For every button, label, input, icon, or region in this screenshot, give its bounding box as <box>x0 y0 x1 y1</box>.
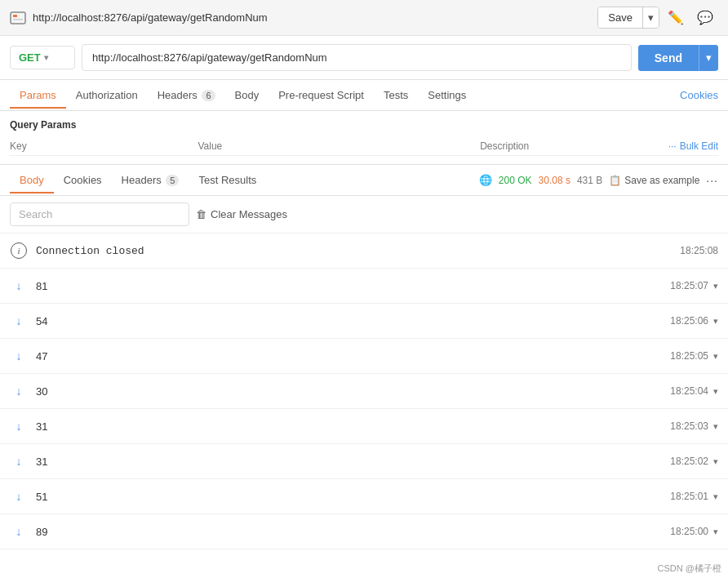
response-headers-badge: 5 <box>166 175 179 186</box>
save-button[interactable]: Save <box>598 7 642 28</box>
down-arrow-icon: ↓ <box>10 312 28 330</box>
method-arrow: ▾ <box>44 53 48 62</box>
message-item[interactable]: ↓8918:25:00▾ <box>0 514 728 549</box>
message-time: 18:25:04 <box>670 385 708 397</box>
save-dropdown-arrow[interactable]: ▾ <box>642 7 659 28</box>
message-time: 18:25:08 <box>680 245 718 256</box>
response-size: 431 B <box>577 175 602 186</box>
comment-icon-button[interactable]: 💬 <box>692 5 718 31</box>
search-input[interactable] <box>10 202 189 226</box>
save-example-label: Save as example <box>624 175 699 186</box>
message-time: 18:25:01 <box>670 491 708 502</box>
response-time: 30.08 s <box>539 175 570 186</box>
message-time: 18:25:05 <box>670 350 708 362</box>
message-item[interactable]: ↓3118:25:02▾ <box>0 444 728 479</box>
send-button-group: Send ▾ <box>638 45 718 71</box>
save-example-button[interactable]: 📋 Save as example <box>609 175 699 186</box>
col-desc-label: Description <box>480 140 668 152</box>
expand-icon[interactable]: ▾ <box>713 316 718 327</box>
bulk-edit-btn[interactable]: Bulk Edit <box>680 140 718 152</box>
message-value: 31 <box>36 456 670 468</box>
tab-tests[interactable]: Tests <box>374 82 418 108</box>
message-value: 31 <box>36 420 670 433</box>
down-arrow-icon: ↓ <box>10 347 28 365</box>
tab-headers[interactable]: Headers 6 <box>148 82 225 108</box>
message-time: 18:25:03 <box>670 420 708 432</box>
method-select[interactable]: GET ▾ <box>10 46 75 69</box>
message-time: 18:25:02 <box>670 456 708 467</box>
globe-icon: 🌐 <box>479 174 492 186</box>
message-value: 51 <box>36 491 670 503</box>
col-value-label: Value <box>198 140 480 152</box>
message-value: 54 <box>36 315 670 327</box>
cookies-link[interactable]: Cookies <box>680 89 718 101</box>
save-example-icon: 📋 <box>609 175 621 186</box>
expand-icon[interactable]: ▾ <box>713 421 718 432</box>
query-params-section: Query Params Key Value Description ··· B… <box>0 111 728 165</box>
message-value: 47 <box>36 350 670 362</box>
app-icon <box>10 10 26 26</box>
messages-list[interactable]: iConnection closed18:25:08↓8118:25:07▾↓5… <box>0 233 728 554</box>
headers-badge: 6 <box>202 90 215 101</box>
top-bar-url: http://localhost:8276/api/gateway/getRan… <box>33 11 597 24</box>
svg-rect-0 <box>11 12 25 24</box>
url-input[interactable] <box>82 44 632 71</box>
expand-icon[interactable]: ▾ <box>713 491 718 502</box>
tab-prerequest[interactable]: Pre-request Script <box>269 82 374 108</box>
top-bar: http://localhost:8276/api/gateway/getRan… <box>0 0 728 36</box>
expand-icon[interactable]: ▾ <box>713 386 718 397</box>
params-table: Key Value Description ··· Bulk Edit <box>10 137 718 156</box>
down-arrow-icon: ↓ <box>10 417 28 435</box>
messages-toolbar: 🗑 Clear Messages <box>0 196 728 233</box>
message-value: 89 <box>36 526 670 538</box>
response-status-area: 🌐 200 OK 30.08 s 431 B 📋 Save as example… <box>479 174 718 187</box>
trash-icon: 🗑 <box>196 208 206 220</box>
message-time: 18:25:00 <box>670 526 708 537</box>
expand-icon[interactable]: ▾ <box>713 456 718 467</box>
save-button-group[interactable]: Save ▾ <box>597 7 659 29</box>
top-bar-actions: Save ▾ ✏️ 💬 <box>597 5 718 31</box>
down-arrow-icon: ↓ <box>10 522 28 540</box>
message-item[interactable]: ↓4718:25:05▾ <box>0 339 728 374</box>
response-tab-headers[interactable]: Headers 5 <box>112 167 189 193</box>
send-button[interactable]: Send <box>638 45 699 71</box>
clear-label: Clear Messages <box>211 208 287 220</box>
message-time: 18:25:06 <box>670 315 708 327</box>
expand-icon[interactable]: ▾ <box>713 351 718 362</box>
tab-body[interactable]: Body <box>225 82 269 108</box>
message-item[interactable]: ↓3018:25:04▾ <box>0 374 728 409</box>
svg-rect-1 <box>13 15 17 17</box>
edit-icon-button[interactable]: ✏️ <box>663 5 689 31</box>
clear-messages-button[interactable]: 🗑 Clear Messages <box>196 208 287 220</box>
response-tab-test-results[interactable]: Test Results <box>189 167 266 193</box>
tab-authorization[interactable]: Authorization <box>66 82 148 108</box>
down-arrow-icon: ↓ <box>10 487 28 505</box>
response-tab-cookies[interactable]: Cookies <box>54 167 112 193</box>
message-value: 81 <box>36 280 670 292</box>
message-item[interactable]: ↓5418:25:06▾ <box>0 304 728 339</box>
watermark: CSDN @橘子橙 <box>658 562 721 575</box>
svg-rect-2 <box>13 19 23 20</box>
down-arrow-icon: ↓ <box>10 452 28 470</box>
url-bar: GET ▾ Send ▾ <box>0 36 728 80</box>
response-tab-body[interactable]: Body <box>10 167 54 193</box>
message-item[interactable]: ↓8118:25:07▾ <box>0 269 728 304</box>
tab-settings[interactable]: Settings <box>418 82 476 108</box>
method-label: GET <box>19 51 41 64</box>
message-item[interactable]: ↓3118:25:03▾ <box>0 409 728 444</box>
params-actions[interactable]: ··· Bulk Edit <box>668 140 718 152</box>
down-arrow-icon: ↓ <box>10 277 28 295</box>
tab-params[interactable]: Params <box>10 82 66 108</box>
params-header-row: Key Value Description ··· Bulk Edit <box>10 137 718 156</box>
expand-icon[interactable]: ▾ <box>713 527 718 537</box>
expand-icon[interactable]: ▾ <box>713 281 718 291</box>
response-tabs-row: Body Cookies Headers 5 Test Results 🌐 20… <box>0 165 728 196</box>
col-key-label: Key <box>10 140 198 152</box>
message-item[interactable]: ↓5118:25:01▾ <box>0 479 728 514</box>
message-item[interactable]: ↓3218:24:59▾ <box>0 549 728 554</box>
message-value: Connection closed <box>36 245 680 257</box>
more-options-button[interactable]: ··· <box>706 174 718 187</box>
message-item[interactable]: iConnection closed18:25:08 <box>0 233 728 269</box>
dots-icon: ··· <box>668 140 677 152</box>
send-dropdown-arrow[interactable]: ▾ <box>699 45 718 70</box>
